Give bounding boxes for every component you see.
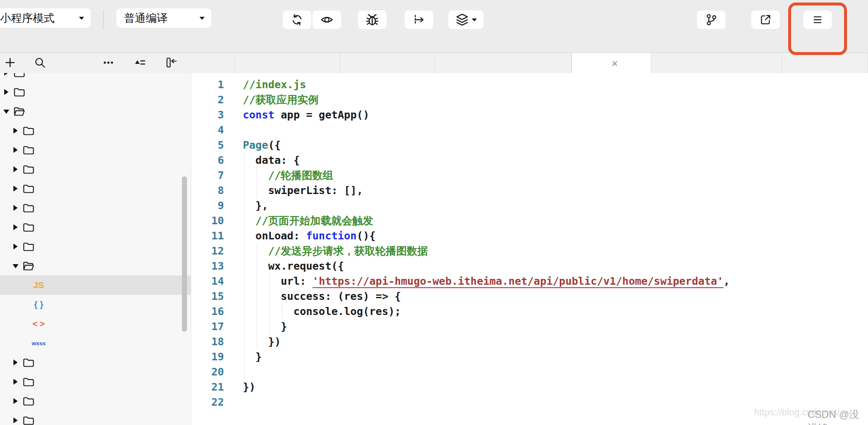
code-editor[interactable]: 1//index.js2//获取应用实例3const app = getApp(… [191, 73, 868, 425]
chevron-right-icon[interactable] [13, 166, 18, 172]
code-line-19[interactable]: 19 } [191, 349, 868, 365]
tab-bar: × [0, 53, 868, 73]
indent-guide [257, 259, 257, 274]
tree-folder-goods_list[interactable] [0, 237, 191, 256]
more-button[interactable] [101, 56, 116, 71]
tab-app.wxss[interactable] [782, 53, 868, 73]
indent-guide [257, 304, 257, 319]
code-line-14[interactable]: 14 url: 'https://api-hmugo-web.itheima.n… [191, 274, 868, 289]
chevron-right-icon[interactable] [13, 128, 18, 134]
code-line-20[interactable]: 20 [191, 365, 868, 380]
tree-folder-pages[interactable] [0, 102, 191, 121]
tab-SearchInput.wxml[interactable] [435, 53, 571, 73]
js-file-icon: JS [32, 280, 45, 290]
tree-folder-icons[interactable] [0, 73, 191, 82]
chevron-right-icon[interactable] [13, 398, 18, 404]
tree-folder-feedback[interactable] [0, 198, 191, 218]
wxml-file-icon: < > [32, 319, 45, 329]
indent-guide [257, 289, 257, 304]
chevron-right-icon[interactable] [13, 205, 18, 211]
folder-icon [22, 182, 35, 195]
test-account-button[interactable] [751, 10, 780, 29]
code-line-1[interactable]: 1//index.js [191, 77, 868, 92]
collapse-all-button[interactable] [133, 56, 147, 71]
branch-icon [705, 13, 718, 26]
tree-folder-lib[interactable] [0, 82, 191, 102]
tree-file-index.json[interactable]: { } [0, 295, 191, 314]
chevron-right-icon[interactable] [13, 359, 18, 365]
code-line-2[interactable]: 2//获取应用实例 [191, 92, 868, 108]
code-line-4[interactable]: 4 [191, 123, 868, 138]
code-line-8[interactable]: 8 swiperList: [], [191, 183, 868, 198]
device-debug-button[interactable] [358, 10, 387, 29]
tab-k.json[interactable] [191, 53, 235, 73]
code-line-17[interactable]: 17 } [191, 319, 868, 334]
close-icon[interactable]: × [611, 58, 618, 69]
indent-guide [244, 153, 245, 168]
tree-folder-pay[interactable] [0, 391, 191, 411]
tab-index.js[interactable]: × [571, 53, 651, 73]
line-number: 15 [191, 289, 224, 304]
sidebar-scrollbar[interactable] [182, 176, 187, 332]
code-line-21[interactable]: 21}) [191, 380, 868, 395]
chevron-right-icon[interactable] [13, 186, 18, 192]
code-line-13[interactable]: 13 wx.request({ [191, 259, 868, 274]
code-line-3[interactable]: 3const app = getApp() [191, 108, 868, 123]
plus-icon [4, 56, 16, 71]
chevron-down-icon[interactable] [3, 108, 9, 114]
compile-mode-select[interactable]: 普通编译 [116, 8, 211, 28]
search-button[interactable] [33, 56, 47, 71]
tree-folder-goods_detail[interactable] [0, 218, 191, 237]
code-line-9[interactable]: 9 }, [191, 198, 868, 213]
tab-index.wxss[interactable] [235, 53, 340, 73]
tree-folder-cart[interactable] [0, 140, 191, 160]
tree-file-index.js[interactable]: JS [0, 275, 191, 295]
tree-folder-login[interactable] [0, 353, 191, 372]
chevron-right-icon[interactable] [13, 224, 18, 230]
to-background-icon [412, 13, 426, 26]
tree-folder-index[interactable] [0, 256, 191, 275]
line-number: 9 [191, 198, 224, 213]
preview-button[interactable] [313, 10, 341, 29]
tree-folder-order[interactable] [0, 372, 191, 391]
code-line-10[interactable]: 10 //页面开始加载就会触发 [191, 213, 868, 228]
chevron-down-icon[interactable] [13, 263, 18, 269]
code-line-7[interactable]: 7 //轮播图数组 [191, 168, 868, 183]
chevron-right-icon[interactable] [13, 379, 18, 385]
indent-guide [244, 319, 245, 334]
new-file-button[interactable] [3, 56, 17, 71]
mode-select[interactable]: 小程序模式 [0, 8, 91, 28]
tree-folder-category[interactable] [0, 160, 191, 179]
clear-cache-button[interactable] [448, 10, 484, 29]
tab-index.wxml[interactable] [340, 53, 435, 73]
tree-file-index.wxml[interactable]: < > [0, 314, 191, 333]
details-button[interactable] [803, 10, 832, 29]
chevron-right-icon[interactable] [13, 244, 18, 249]
code-line-5[interactable]: 5Page({ [191, 138, 868, 153]
code-line-6[interactable]: 6 data: { [191, 153, 868, 168]
line-number: 21 [191, 380, 224, 395]
tree-folder-auth[interactable] [0, 121, 191, 140]
version-manage-button[interactable] [697, 10, 726, 29]
code-line-15[interactable]: 15 success: (res) => { [191, 289, 868, 304]
main-area: JS{ }< >wxss 1//index.js2//获取应用实例3const … [0, 73, 868, 425]
collapse-panel-button[interactable] [164, 56, 179, 71]
chevron-right-icon[interactable] [3, 89, 9, 95]
code-line-11[interactable]: 11 onLoad: function(){ [191, 228, 868, 244]
background-button[interactable] [405, 10, 433, 29]
code-line-12[interactable]: 12 //发送异步请求，获取轮播图数据 [191, 244, 868, 259]
tree-file-index.wxss[interactable]: wxss [0, 333, 191, 353]
indent-guide [282, 304, 282, 319]
line-number: 10 [191, 213, 224, 228]
tree-folder-collect[interactable] [0, 179, 191, 198]
chevron-right-icon[interactable] [3, 73, 9, 76]
chevron-down-icon [472, 18, 477, 21]
indent-guide [244, 289, 245, 304]
chevron-right-icon[interactable] [13, 417, 18, 423]
chevron-right-icon[interactable] [13, 147, 18, 153]
code-line-18[interactable]: 18 }) [191, 334, 868, 349]
line-number: 6 [191, 153, 224, 168]
tab-SearchInput.json[interactable] [651, 53, 782, 73]
tree-folder-search[interactable] [0, 411, 191, 425]
code-line-16[interactable]: 16 console.log(res); [191, 304, 868, 319]
